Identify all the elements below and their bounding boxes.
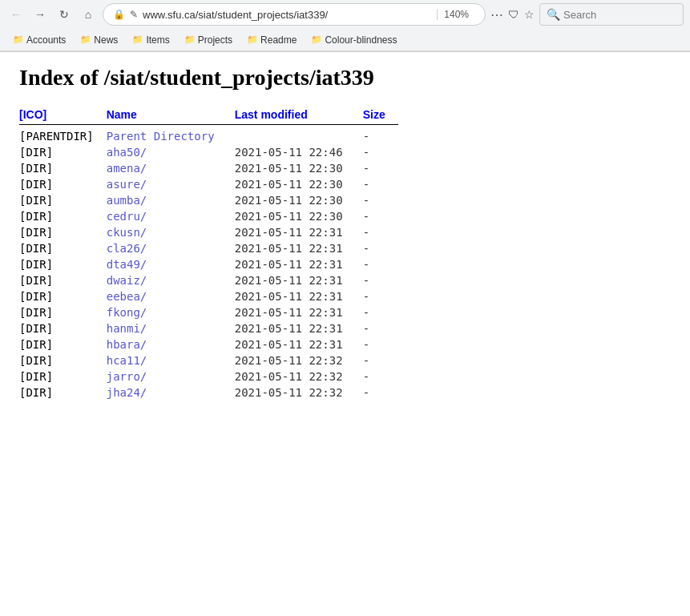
bookmark-label: Items (146, 34, 169, 46)
table-row: [DIR] eebea/ 2021-05-11 22:31 - (19, 288, 398, 304)
row-ico: [DIR] (19, 192, 107, 208)
security-icon: 🔒 (113, 9, 125, 20)
dir-link[interactable]: hbara/ (107, 338, 147, 351)
dir-link[interactable]: cla26/ (107, 242, 147, 255)
table-row: [DIR] dwaiz/ 2021-05-11 22:31 - (19, 272, 398, 288)
name-sort-link[interactable]: Name (107, 108, 137, 121)
ico-header: [ICO] (19, 107, 107, 125)
address-url[interactable]: www.sfu.ca/siat/student_projects/iat339/ (143, 9, 432, 21)
search-bar[interactable]: 🔍 (539, 3, 684, 26)
parent-dir-link[interactable]: Parent Directory (107, 130, 215, 143)
parent-size: - (363, 128, 398, 144)
dir-link[interactable]: asure/ (107, 178, 147, 191)
row-size: - (363, 384, 398, 401)
dir-link[interactable]: amena/ (107, 162, 147, 175)
row-size: - (363, 176, 398, 192)
dir-link[interactable]: aumba/ (107, 194, 147, 207)
row-name[interactable]: amena/ (107, 160, 235, 176)
row-name[interactable]: jarro/ (107, 368, 235, 384)
row-size: - (363, 160, 398, 176)
dir-link[interactable]: ckusn/ (107, 226, 147, 239)
back-button[interactable]: ← (6, 5, 26, 24)
row-name[interactable]: aumba/ (107, 192, 235, 208)
row-size: - (363, 144, 398, 160)
row-size: - (363, 368, 398, 384)
folder-icon: 📁 (247, 34, 258, 45)
size-header[interactable]: Size (363, 107, 398, 125)
dir-link[interactable]: jarro/ (107, 370, 147, 383)
row-date: 2021-05-11 22:32 (235, 384, 363, 401)
row-name[interactable]: cedru/ (107, 208, 235, 224)
row-ico: [DIR] (19, 176, 107, 192)
row-name[interactable]: hanmi/ (107, 320, 235, 336)
edit-icon: ✎ (130, 9, 138, 20)
row-name[interactable]: dta49/ (107, 256, 235, 272)
dir-link[interactable]: fkong/ (107, 306, 147, 319)
row-date: 2021-05-11 22:30 (235, 208, 363, 224)
size-sort-link[interactable]: Size (363, 108, 385, 121)
row-name[interactable]: hbara/ (107, 336, 235, 352)
dir-link[interactable]: aha50/ (107, 146, 147, 159)
row-ico: [DIR] (19, 368, 107, 384)
date-sort-link[interactable]: Last modified (235, 108, 308, 121)
forward-button[interactable]: → (30, 5, 50, 24)
table-row: [DIR] jha24/ 2021-05-11 22:32 - (19, 384, 398, 401)
row-name[interactable]: dwaiz/ (107, 272, 235, 288)
dir-link[interactable]: hanmi/ (107, 322, 147, 335)
search-icon: 🔍 (547, 8, 560, 21)
row-ico: [DIR] (19, 256, 107, 272)
row-date: 2021-05-11 22:32 (235, 368, 363, 384)
row-date: 2021-05-11 22:31 (235, 224, 363, 240)
bookmark-items[interactable]: 📁Items (126, 33, 176, 47)
dir-link[interactable]: dta49/ (107, 258, 147, 271)
search-input[interactable] (563, 9, 676, 21)
folder-icon: 📁 (80, 34, 91, 45)
parent-dir-row: [PARENTDIR] Parent Directory - (19, 128, 398, 144)
bookmark-readme[interactable]: 📁Readme (240, 33, 303, 47)
menu-dots[interactable]: ⋯ (490, 7, 503, 22)
row-name[interactable]: cla26/ (107, 240, 235, 256)
row-date: 2021-05-11 22:31 (235, 240, 363, 256)
row-size: - (363, 224, 398, 240)
directory-table: [ICO] Name Last modified Size [PARENTDIR… (19, 107, 398, 401)
row-ico: [DIR] (19, 320, 107, 336)
row-name[interactable]: fkong/ (107, 304, 235, 320)
table-row: [DIR] dta49/ 2021-05-11 22:31 - (19, 256, 398, 272)
row-name[interactable]: aha50/ (107, 144, 235, 160)
dir-link[interactable]: dwaiz/ (107, 274, 147, 287)
bookmark-label: Accounts (26, 34, 66, 46)
row-ico: [DIR] (19, 224, 107, 240)
table-row: [DIR] ckusn/ 2021-05-11 22:31 - (19, 224, 398, 240)
row-date: 2021-05-11 22:31 (235, 272, 363, 288)
name-header[interactable]: Name (107, 107, 235, 125)
row-name[interactable]: eebea/ (107, 288, 235, 304)
parent-name[interactable]: Parent Directory (107, 128, 235, 144)
dir-link[interactable]: cedru/ (107, 210, 147, 223)
reload-button[interactable]: ↻ (54, 5, 74, 24)
date-header[interactable]: Last modified (235, 107, 363, 125)
row-name[interactable]: ckusn/ (107, 224, 235, 240)
home-button[interactable]: ⌂ (79, 5, 98, 24)
bookmark-news[interactable]: 📁News (74, 33, 124, 47)
row-date: 2021-05-11 22:46 (235, 144, 363, 160)
bookmark-accounts[interactable]: 📁Accounts (6, 33, 72, 47)
shield-icon[interactable]: 🛡 (508, 8, 519, 21)
dir-link[interactable]: eebea/ (107, 290, 147, 303)
row-name[interactable]: hca11/ (107, 352, 235, 368)
bookmark-colour-blindness[interactable]: 📁Colour-blindness (305, 33, 403, 47)
row-name[interactable]: asure/ (107, 176, 235, 192)
dir-link[interactable]: hca11/ (107, 354, 147, 367)
row-size: - (363, 288, 398, 304)
row-date: 2021-05-11 22:30 (235, 176, 363, 192)
dir-link[interactable]: jha24/ (107, 386, 147, 399)
bookmark-projects[interactable]: 📁Projects (178, 33, 239, 47)
table-row: [DIR] hbara/ 2021-05-11 22:31 - (19, 336, 398, 352)
zoom-level: 140% (437, 9, 475, 20)
parent-ico: [PARENTDIR] (19, 128, 107, 144)
table-row: [DIR] aha50/ 2021-05-11 22:46 - (19, 144, 398, 160)
browser-toolbar: ← → ↻ ⌂ 🔒 ✎ www.sfu.ca/siat/student_proj… (0, 0, 690, 29)
row-size: - (363, 336, 398, 352)
bookmark-star-icon[interactable]: ☆ (524, 8, 535, 21)
row-name[interactable]: jha24/ (107, 384, 235, 401)
row-ico: [DIR] (19, 288, 107, 304)
